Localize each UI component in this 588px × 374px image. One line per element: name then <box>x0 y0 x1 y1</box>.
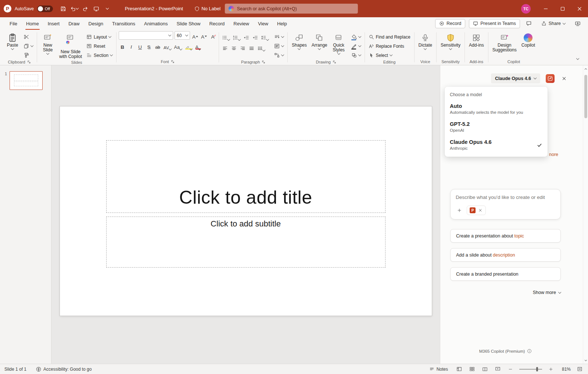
scroll-up-button[interactable] <box>583 66 588 72</box>
tab-record[interactable]: Record <box>205 17 229 30</box>
align-text-button[interactable] <box>273 42 285 50</box>
scroll-down-button[interactable] <box>583 357 588 363</box>
reset-button[interactable]: Reset <box>85 42 114 50</box>
numbering-button[interactable] <box>232 32 241 40</box>
scrollbar-thumb[interactable] <box>584 75 587 118</box>
columns-button[interactable] <box>257 43 266 51</box>
slide-sorter-view-button[interactable] <box>468 365 476 373</box>
normal-view-button[interactable] <box>455 365 463 373</box>
shape-outline-button[interactable] <box>350 42 362 50</box>
copilot-button[interactable]: Copilot <box>520 31 537 48</box>
tab-draw[interactable]: Draw <box>64 17 84 30</box>
suggestion-branded-presentation[interactable]: Create a branded presentation <box>450 267 561 281</box>
replace-fonts-button[interactable]: Replace Fonts <box>367 42 412 50</box>
shapes-button[interactable]: Shapes <box>290 31 309 50</box>
tab-home[interactable]: Home <box>22 17 43 30</box>
align-left-button[interactable] <box>221 43 229 51</box>
zoom-in-button[interactable] <box>547 365 555 373</box>
new-slide-button[interactable]: New Slide <box>39 31 56 55</box>
sensitivity-button[interactable]: Sensitivity <box>439 31 462 50</box>
search-bar[interactable]: Search or ask Copilot (Alt+Q) <box>225 4 358 14</box>
layout-button[interactable]: Layout <box>85 33 114 41</box>
clear-formatting-button[interactable]: A <box>209 32 216 40</box>
line-spacing-button[interactable] <box>260 32 269 40</box>
align-right-button[interactable] <box>239 43 246 51</box>
convert-to-smartart-button[interactable] <box>273 51 285 59</box>
show-more-button[interactable]: Show more <box>450 290 561 295</box>
decrease-indent-button[interactable] <box>243 32 250 40</box>
accessibility-status[interactable]: Accessibility: Good to go <box>36 367 92 372</box>
drawing-dialog-launcher[interactable] <box>333 60 336 64</box>
model-option-gpt[interactable]: GPT-5.2 OpenAI <box>445 118 548 136</box>
copilot-prompt-input[interactable] <box>456 195 555 200</box>
maximize-button[interactable] <box>554 0 571 17</box>
cast-button[interactable] <box>573 19 583 28</box>
slide-thumbnail[interactable] <box>10 71 43 90</box>
remove-context-button[interactable] <box>478 208 483 213</box>
design-suggestions-button[interactable]: Design Suggestions <box>491 31 519 53</box>
tab-help[interactable]: Help <box>273 17 291 30</box>
collapse-ribbon-button[interactable] <box>573 55 582 62</box>
zoom-slider-knob[interactable] <box>536 367 538 371</box>
customize-toolbar-button[interactable] <box>103 3 112 14</box>
clipboard-dialog-launcher[interactable] <box>27 60 31 64</box>
zoom-slider[interactable] <box>519 369 542 370</box>
align-center-button[interactable] <box>230 43 237 51</box>
suggestion-create-presentation[interactable]: Create a presentation about topic <box>450 229 561 243</box>
change-case-button[interactable]: Aa <box>173 42 183 50</box>
save-button[interactable] <box>58 3 68 14</box>
record-button[interactable]: Record <box>435 19 465 28</box>
grow-font-button[interactable]: A <box>191 32 199 40</box>
reading-view-button[interactable] <box>481 365 489 373</box>
tab-file[interactable]: File <box>5 17 22 30</box>
text-direction-button[interactable] <box>273 33 285 41</box>
tab-view[interactable]: View <box>254 17 273 30</box>
model-option-auto[interactable]: Auto Automatically selects the model for… <box>445 100 548 118</box>
text-shadow-button[interactable]: S <box>145 42 153 50</box>
new-slide-with-copilot-button[interactable]: New Slide with Copilot <box>57 31 84 60</box>
justify-button[interactable] <box>248 43 255 51</box>
fit-slide-to-window-button[interactable] <box>576 365 584 373</box>
arrange-button[interactable]: Arrange <box>310 31 329 50</box>
user-avatar[interactable]: TC <box>521 4 531 14</box>
shape-fill-button[interactable] <box>350 33 362 41</box>
vertical-scrollbar[interactable] <box>583 65 588 364</box>
model-selector[interactable]: Claude Opus 4.6 <box>491 73 540 83</box>
shrink-font-button[interactable]: A <box>200 32 208 40</box>
paragraph-dialog-launcher[interactable] <box>262 60 265 64</box>
comments-button[interactable] <box>524 19 534 28</box>
redo-button[interactable] <box>80 3 90 14</box>
paste-button[interactable]: Paste <box>4 31 21 50</box>
sensitivity-label-badge[interactable]: No Label <box>194 6 220 11</box>
section-button[interactable]: Section <box>85 51 114 59</box>
tab-transitions[interactable]: Transitions <box>108 17 140 30</box>
format-painter-button[interactable] <box>22 51 35 59</box>
underline-button[interactable]: U <box>136 42 144 50</box>
model-option-claude[interactable]: Claude Opus 4.6 Anthropic <box>445 136 548 154</box>
title-placeholder[interactable]: Click to add title <box>106 140 386 213</box>
info-icon[interactable] <box>527 349 532 353</box>
suggestion-add-slide[interactable]: Add a slide about description <box>450 248 561 262</box>
font-name-combo[interactable] <box>119 31 173 40</box>
notes-button[interactable]: Notes <box>429 367 448 372</box>
share-button[interactable]: Share <box>538 19 569 28</box>
new-chat-button[interactable] <box>546 74 555 83</box>
addins-button[interactable]: Add-ins <box>467 31 486 48</box>
subtitle-placeholder[interactable]: Click to add subtitle <box>106 217 386 268</box>
bullets-button[interactable] <box>221 32 230 40</box>
strikethrough-button[interactable]: ab <box>154 42 161 50</box>
quick-styles-button[interactable]: Quick Styles <box>330 31 347 55</box>
dictate-button[interactable]: Dictate <box>417 31 434 50</box>
zoom-out-button[interactable] <box>506 365 514 373</box>
italic-button[interactable]: I <box>128 42 135 50</box>
tab-animations[interactable]: Animations <box>140 17 172 30</box>
tab-design[interactable]: Design <box>84 17 108 30</box>
powerpoint-app-icon[interactable]: P <box>4 5 11 12</box>
font-size-combo[interactable]: 60 <box>175 31 190 40</box>
font-dialog-launcher[interactable] <box>171 60 175 63</box>
character-spacing-button[interactable]: AV <box>163 42 172 50</box>
slide-editor[interactable]: Click to add title Click to add subtitle <box>60 106 432 316</box>
minimize-button[interactable] <box>537 0 554 17</box>
close-button[interactable] <box>571 0 588 17</box>
zoom-percentage[interactable]: 81% <box>560 367 571 372</box>
